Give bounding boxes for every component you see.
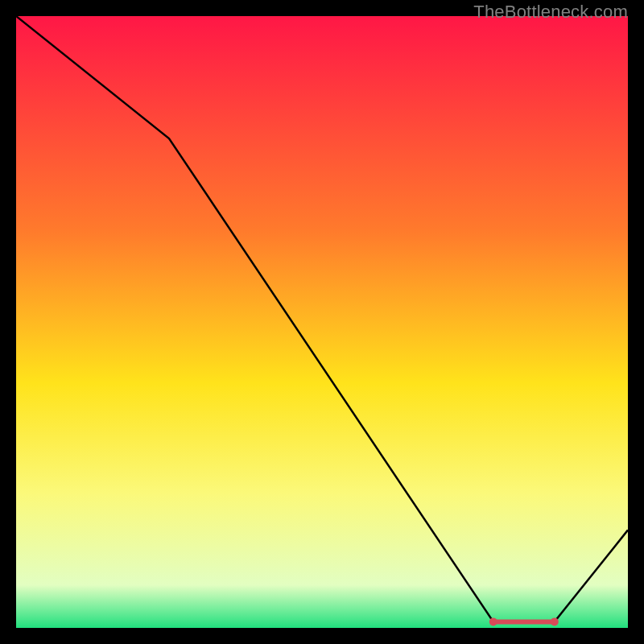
chart-svg xyxy=(16,16,628,628)
marker-bar xyxy=(493,619,555,624)
chart-area xyxy=(16,16,628,628)
attribution-text: TheBottleneck.com xyxy=(473,2,628,23)
marker-dot-end xyxy=(551,617,559,625)
marker-dot-start xyxy=(489,617,497,625)
chart-background xyxy=(16,16,628,628)
